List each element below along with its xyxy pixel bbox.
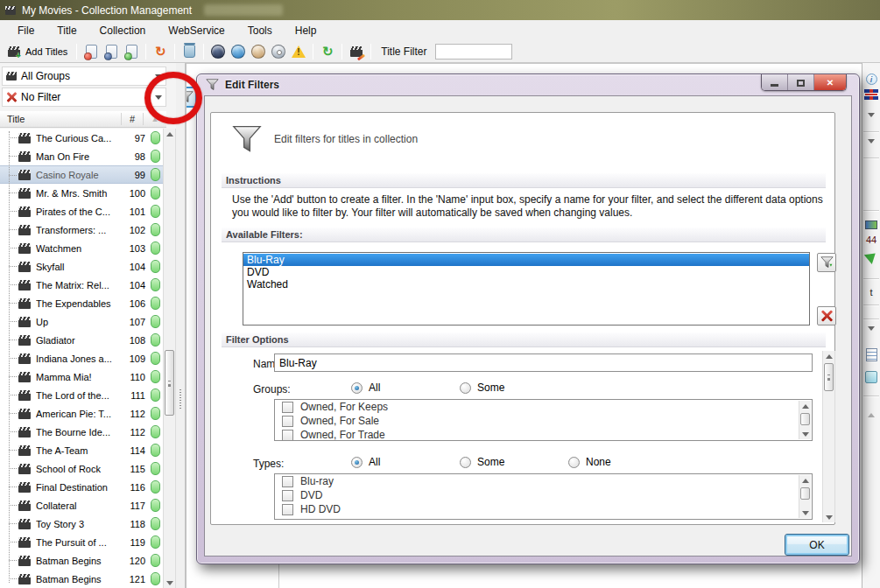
maximize-button[interactable] (788, 74, 814, 91)
document-list-icon[interactable] (862, 348, 880, 363)
scroll-up-icon[interactable] (164, 129, 175, 139)
notepad-icon[interactable] (862, 371, 880, 385)
types-list-scrollbar[interactable] (799, 475, 811, 518)
scrollbar-thumb[interactable] (800, 487, 810, 500)
menu-tools[interactable]: Tools (237, 22, 283, 39)
menu-webservice[interactable]: WebService (158, 22, 235, 39)
checkbox-icon[interactable] (282, 402, 293, 413)
chevron-down-icon[interactable] (862, 144, 880, 154)
movie-row[interactable]: The Curious Ca...97 (0, 129, 163, 147)
scroll-up-icon[interactable] (823, 351, 834, 361)
warning-icon[interactable] (291, 44, 306, 60)
panel-splitter[interactable] (176, 63, 187, 588)
type-checkbox-item[interactable]: Blu-ray (275, 474, 812, 488)
group-checkbox-item[interactable]: Owned, For Trade (275, 428, 812, 441)
movie-row[interactable]: Skyfall104 (0, 257, 163, 276)
delete-filter-button[interactable] (817, 306, 836, 326)
checkbox-icon[interactable] (282, 504, 293, 515)
scrollbar-thumb[interactable] (824, 363, 834, 391)
dialog-titlebar[interactable]: Edit Filters (197, 74, 859, 95)
movie-row[interactable]: Batman Begins121 (0, 570, 163, 588)
import-title-icon[interactable] (83, 44, 99, 60)
movie-list-scrollbar[interactable] (163, 129, 176, 588)
edit-title-icon[interactable] (348, 44, 364, 60)
groups-radio-all[interactable]: All (351, 382, 460, 394)
available-filters-listbox[interactable]: Blu-RayDVDWatched (243, 252, 810, 326)
filter-name-input[interactable] (274, 354, 813, 372)
add-titles-button[interactable]: + Add Titles (4, 43, 70, 60)
movie-row[interactable]: Gladiator108 (0, 331, 163, 349)
recycle-bin-icon[interactable] (181, 44, 197, 60)
movie-row[interactable]: The Matrix: Rel...104 (0, 276, 163, 294)
movie-row[interactable]: Watchmen103 (0, 239, 163, 257)
scroll-up-icon[interactable] (862, 402, 880, 413)
export-title-icon[interactable] (123, 44, 139, 60)
person-orb-icon[interactable] (250, 44, 266, 60)
movie-row[interactable]: The Expendables106 (0, 294, 163, 312)
checkbox-icon[interactable] (282, 476, 293, 487)
menu-collection[interactable]: Collection (89, 22, 157, 39)
movie-row[interactable]: The Lord of the...111 (0, 386, 163, 404)
column-count[interactable]: # (122, 114, 143, 124)
update-orange-icon[interactable]: ↻ (152, 44, 168, 60)
movie-row[interactable]: American Pie: T...112 (0, 404, 163, 423)
types-radio-none[interactable]: None (568, 456, 677, 468)
types-checkbox-list[interactable]: Blu-rayDVDHD DVD (274, 473, 813, 520)
monitor-orb-icon[interactable] (230, 44, 246, 60)
types-radio-all[interactable]: All (351, 456, 460, 468)
scroll-down-icon[interactable] (164, 578, 175, 588)
movie-row[interactable]: Man On Fire98 (0, 147, 163, 165)
filter-list-item[interactable]: Watched (243, 278, 809, 290)
save-title-icon[interactable] (103, 44, 119, 60)
options-panel-scrollbar[interactable] (822, 351, 835, 522)
disc-orb-icon[interactable] (271, 44, 286, 60)
movie-row[interactable]: School of Rock115 (0, 459, 163, 478)
groups-checkbox-list[interactable]: Owned, For KeepsOwned, For SaleOwned, Fo… (274, 399, 813, 441)
refresh-icon[interactable]: ↻ (320, 44, 335, 60)
chevron-down-icon[interactable] (862, 331, 880, 341)
column-title[interactable]: Title (0, 114, 121, 124)
minimize-button[interactable] (762, 74, 788, 91)
list-header[interactable]: Title # ▲ (0, 111, 166, 128)
types-radio-some[interactable]: Some (460, 456, 568, 468)
scroll-up-icon[interactable] (799, 401, 811, 411)
movie-row[interactable]: Final Destination116 (0, 478, 163, 496)
close-button[interactable]: ✕ (814, 74, 846, 91)
movie-row[interactable]: Toy Story 3118 (0, 514, 163, 533)
filter-selector-dropdown[interactable]: No Filter (2, 88, 166, 107)
movie-row[interactable]: Batman Begins120 (0, 551, 163, 570)
groups-radio-some[interactable]: Some (460, 382, 568, 394)
movie-row[interactable]: Mr. & Mrs. Smith100 (0, 184, 163, 202)
info-icon[interactable]: i (862, 74, 880, 85)
movie-row[interactable]: Indiana Jones a...109 (0, 349, 163, 368)
scroll-up-icon[interactable] (799, 475, 811, 486)
movie-row[interactable]: The Pursuit of ...119 (0, 533, 163, 551)
group-checkbox-item[interactable]: Owned, For Keeps (275, 400, 812, 414)
movie-row[interactable]: Collateral117 (0, 496, 163, 514)
cover-orb-icon[interactable] (210, 44, 226, 60)
movie-row[interactable]: Transformers: ...102 (0, 220, 163, 239)
menu-title[interactable]: Title (46, 22, 87, 39)
type-checkbox-item[interactable]: HD DVD (275, 502, 812, 516)
checkbox-icon[interactable] (282, 430, 293, 441)
scrollbar-thumb[interactable] (800, 413, 810, 425)
movie-row[interactable]: The Bourne Ide...112 (0, 423, 163, 441)
title-filter-input[interactable] (435, 44, 512, 60)
movie-row[interactable]: The A-Team114 (0, 441, 163, 459)
chevron-down-icon[interactable] (862, 117, 880, 128)
menu-help[interactable]: Help (285, 22, 327, 39)
ok-button[interactable]: OK (785, 534, 849, 556)
movie-row[interactable]: Mamma Mia!110 (0, 368, 163, 386)
scrollbar-thumb[interactable] (165, 350, 174, 416)
filter-list-item[interactable]: DVD (243, 266, 809, 278)
filter-list-item[interactable]: Blu-Ray (243, 254, 809, 266)
scroll-down-icon[interactable] (799, 508, 811, 518)
group-selector-dropdown[interactable]: All Groups (2, 66, 166, 86)
green-arrow-icon[interactable] (862, 250, 880, 264)
scroll-down-icon[interactable] (823, 512, 834, 522)
movie-row[interactable]: Up107 (0, 312, 163, 331)
checkbox-icon[interactable] (282, 416, 293, 427)
groups-list-scrollbar[interactable] (799, 401, 811, 439)
group-checkbox-item[interactable]: Owned, For Sale (275, 414, 812, 428)
checkbox-icon[interactable] (282, 490, 293, 501)
